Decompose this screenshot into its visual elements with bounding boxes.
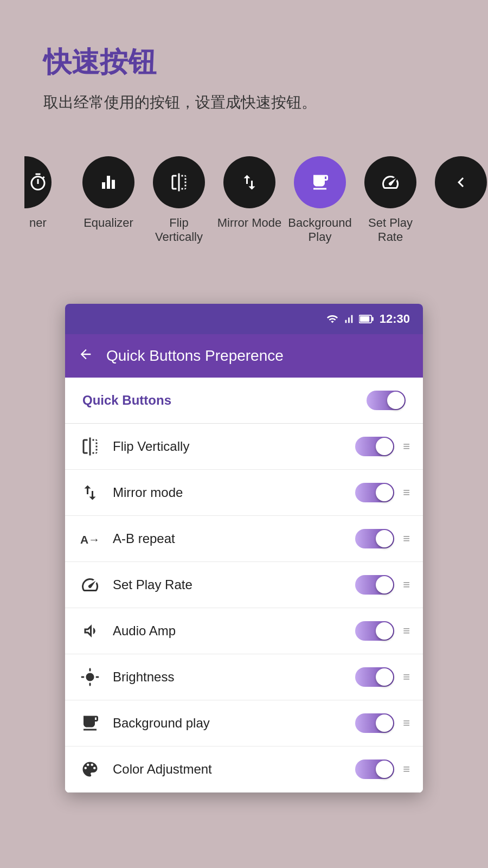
toggle-thumb bbox=[376, 438, 393, 455]
icon-label-mirror-mode: Mirror Mode bbox=[217, 216, 282, 230]
background-play-row-label: Background play bbox=[113, 716, 344, 731]
setting-row-background-play: Background play ≡ bbox=[65, 700, 423, 746]
set-play-rate-icon bbox=[364, 156, 416, 208]
mirror-mode-row-label: Mirror mode bbox=[113, 485, 344, 500]
icon-label-equalizer: Equalizer bbox=[84, 216, 133, 230]
brightness-toggle[interactable] bbox=[355, 667, 394, 687]
icon-label-set-play-rate: Set Play Rate bbox=[358, 216, 423, 245]
toggle-thumb bbox=[376, 668, 393, 686]
toggle-thumb bbox=[376, 714, 393, 732]
drag-handle-icon: ≡ bbox=[403, 762, 410, 776]
icon-item-set-play-rate[interactable]: Set Play Rate bbox=[358, 156, 423, 245]
drag-handle-icon: ≡ bbox=[403, 670, 410, 684]
background-play-icon bbox=[294, 156, 346, 208]
app-bar-back-button[interactable] bbox=[78, 347, 93, 366]
svg-text:A→B: A→B bbox=[80, 533, 100, 546]
svg-rect-1 bbox=[371, 317, 374, 321]
icon-item-equalizer[interactable]: Equalizer bbox=[76, 156, 141, 230]
quick-buttons-label: Quick Buttons bbox=[82, 393, 171, 408]
flip-vertically-icon bbox=[153, 156, 205, 208]
set-play-rate-toggle[interactable] bbox=[355, 575, 394, 595]
status-time: 12:30 bbox=[380, 312, 410, 326]
audio-amp-row-icon bbox=[78, 619, 102, 643]
setting-row-set-play-rate: Set Play Rate ≡ bbox=[65, 562, 423, 608]
drag-handle-icon: ≡ bbox=[403, 578, 410, 592]
svg-point-4 bbox=[87, 674, 93, 680]
timer-icon bbox=[24, 156, 52, 208]
color-adjustment-row-label: Color Adjustment bbox=[113, 762, 344, 777]
status-icons bbox=[326, 313, 374, 325]
color-adjustment-toggle[interactable] bbox=[355, 760, 394, 779]
top-section: 快速按钮 取出经常使用的按钮，设置成快速按钮。 bbox=[0, 0, 488, 135]
drag-handle-icon: ≡ bbox=[403, 716, 410, 730]
brightness-row-label: Brightness bbox=[113, 669, 344, 685]
mirror-mode-icon bbox=[223, 156, 275, 208]
phone-mockup: 12:30 Quick Buttons Preperence Quick But… bbox=[65, 304, 423, 793]
brightness-row-icon bbox=[78, 665, 102, 689]
status-bar: 12:30 bbox=[65, 304, 423, 334]
equalizer-icon bbox=[82, 156, 134, 208]
mirror-mode-toggle[interactable] bbox=[355, 483, 394, 502]
ab-repeat-row-label: A-B repeat bbox=[113, 531, 344, 546]
audio-amp-row-label: Audio Amp bbox=[113, 623, 344, 639]
audio-amp-toggle[interactable] bbox=[355, 621, 394, 641]
setting-row-ab-repeat: A→B A-B repeat ≡ bbox=[65, 516, 423, 562]
svg-rect-2 bbox=[359, 316, 369, 322]
flip-vertically-row-label: Flip Vertically bbox=[113, 439, 344, 454]
background-play-row-icon bbox=[78, 711, 102, 735]
icon-label-timer: ner bbox=[29, 216, 47, 230]
toggle-thumb bbox=[376, 622, 393, 640]
flip-vertically-row-icon bbox=[78, 435, 102, 458]
drag-handle-icon: ≡ bbox=[403, 486, 410, 500]
audio-amp-controls: ≡ bbox=[355, 621, 410, 641]
icon-item-mirror-mode[interactable]: Mirror Mode bbox=[217, 156, 282, 230]
drag-handle-icon: ≡ bbox=[403, 439, 410, 454]
brightness-controls: ≡ bbox=[355, 667, 410, 687]
icon-label-background-play: BackgroundPlay bbox=[288, 216, 351, 245]
page-subtitle: 取出经常使用的按钮，设置成快速按钮。 bbox=[43, 92, 445, 113]
ab-repeat-toggle[interactable] bbox=[355, 529, 394, 548]
back-icon bbox=[435, 156, 487, 208]
toggle-thumb bbox=[376, 484, 393, 501]
setting-row-audio-amp: Audio Amp ≡ bbox=[65, 608, 423, 654]
color-adjustment-row-icon bbox=[78, 757, 102, 781]
quick-buttons-toggle[interactable] bbox=[367, 391, 406, 410]
set-play-rate-row-icon bbox=[78, 573, 102, 597]
toggle-thumb bbox=[376, 761, 393, 778]
mirror-mode-controls: ≡ bbox=[355, 483, 410, 502]
wifi-icon bbox=[326, 313, 338, 325]
setting-row-flip-vertically: Flip Vertically ≡ bbox=[65, 424, 423, 470]
app-bar-title: Quick Buttons Preperence bbox=[106, 347, 284, 365]
icon-label-flip-vertically: FlipVertically bbox=[155, 216, 203, 245]
ab-repeat-row-icon: A→B bbox=[78, 527, 102, 551]
icon-item-back[interactable] bbox=[428, 156, 488, 216]
toggle-thumb bbox=[376, 530, 393, 547]
toggle-thumb bbox=[387, 392, 404, 409]
icon-item-flip-vertically[interactable]: FlipVertically bbox=[146, 156, 211, 245]
icon-item-background-play[interactable]: BackgroundPlay bbox=[287, 156, 352, 245]
quick-buttons-toggle-row: Quick Buttons bbox=[65, 378, 423, 424]
setting-row-mirror-mode: Mirror mode ≡ bbox=[65, 470, 423, 516]
flip-vertically-toggle[interactable] bbox=[355, 437, 394, 456]
icon-item-timer[interactable]: ner bbox=[5, 156, 70, 230]
color-adjustment-controls: ≡ bbox=[355, 760, 410, 779]
icon-row: ner Equalizer FlipVertically Mirror Mode bbox=[0, 135, 488, 266]
app-bar: Quick Buttons Preperence bbox=[65, 334, 423, 378]
setting-row-color-adjustment: Color Adjustment ≡ bbox=[65, 746, 423, 793]
drag-handle-icon: ≡ bbox=[403, 532, 410, 546]
page-title: 快速按钮 bbox=[43, 43, 445, 81]
set-play-rate-controls: ≡ bbox=[355, 575, 410, 595]
flip-vertically-controls: ≡ bbox=[355, 437, 410, 456]
battery-icon bbox=[359, 313, 374, 325]
mirror-mode-row-icon bbox=[78, 481, 102, 505]
toggle-thumb bbox=[376, 576, 393, 593]
background-play-controls: ≡ bbox=[355, 713, 410, 733]
ab-repeat-controls: ≡ bbox=[355, 529, 410, 548]
drag-handle-icon: ≡ bbox=[403, 624, 410, 638]
background-play-toggle[interactable] bbox=[355, 713, 394, 733]
settings-list: Flip Vertically ≡ Mirror mode ≡ bbox=[65, 424, 423, 793]
setting-row-brightness: Brightness ≡ bbox=[65, 654, 423, 700]
signal-icon bbox=[343, 313, 355, 325]
set-play-rate-row-label: Set Play Rate bbox=[113, 577, 344, 592]
